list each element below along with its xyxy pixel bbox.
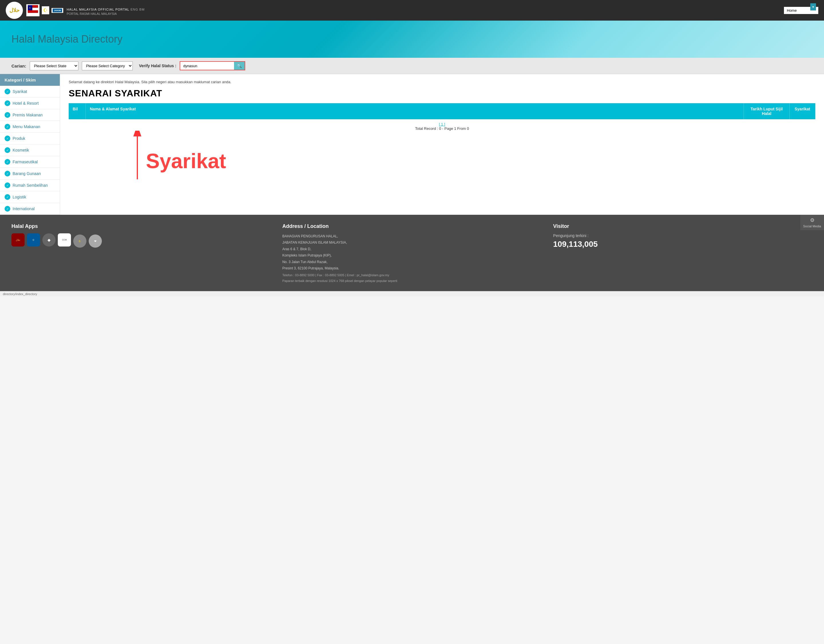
sidebar-item-premis[interactable]: ✓ Premis Makanan xyxy=(0,109,60,121)
sidebar-header: Kategori / Skim xyxy=(0,74,60,86)
carian-label: Carian: xyxy=(11,63,26,68)
footer-contact: Telefon : 03-8892 5000 | Fax : 03-8892 5… xyxy=(282,273,542,277)
footer-resolution: Paparan terbaik dengan resolusi 1024 x 7… xyxy=(282,279,542,282)
welcome-text: Selamat datang ke direktori Halal Malays… xyxy=(69,80,815,84)
sidebar-item-hotel[interactable]: ✓ Hotel & Resort xyxy=(0,98,60,109)
col-bil: Bil xyxy=(69,103,86,119)
sidebar-item-produk[interactable]: ✓ Produk xyxy=(0,133,60,144)
malaysia-logo: ☪ xyxy=(26,4,40,16)
check-icon: ✓ xyxy=(5,112,10,118)
verify-label: Verify Halal Status : xyxy=(139,63,177,68)
pagination: [ 1 ] Total Record : 0 - Page 1 From 0 xyxy=(69,119,815,133)
check-icon: ✓ xyxy=(5,171,10,176)
big-syarikat-label: Syarikat xyxy=(146,151,226,171)
col-syarikat: Syarikat xyxy=(790,103,815,119)
annotation-area: Syarikat xyxy=(69,136,815,193)
footer-address-section: Address / Location BAHAGIAN PENGURUSAN H… xyxy=(282,223,542,282)
senarai-title: SENARAI SYARIKAT xyxy=(69,88,815,99)
visitor-label: Pengunjung terkini : xyxy=(553,233,813,238)
sidebar-item-farmaseutikal[interactable]: ✓ Farmaseutikal xyxy=(0,156,60,168)
sidebar-item-label: Barang Gunaan xyxy=(12,171,41,176)
social-media-label: Social Media xyxy=(803,224,821,228)
results-table-header: Bil Nama & Alamat Syarikat Tarikh Luput … xyxy=(69,103,815,119)
nav-dropdown-wrapper[interactable]: Home xyxy=(784,7,818,14)
sidebar-item-label: International xyxy=(12,207,35,211)
sidebar-item-label: Logistik xyxy=(12,195,26,199)
main-content: Kategori / Skim ✓ Syarikat ✓ Hotel & Res… xyxy=(0,74,824,215)
halal-logo: حلال xyxy=(6,2,23,19)
total-record: Total Record : 0 - Page 1 From 0 xyxy=(72,126,813,131)
pagination-links: [ 1 ] xyxy=(72,122,813,126)
footer-address-title: Address / Location xyxy=(282,223,542,229)
header: حلال ☪ ☪ JAKIM HALAL MALAYSIA OFFICIAL P… xyxy=(0,0,824,21)
footer-visitor-section: Visitor Pengunjung terkini : 109,113,005 xyxy=(553,223,813,249)
search-button[interactable]: 🔍 xyxy=(234,62,244,70)
sidebar-item-label: Menu Makanan xyxy=(12,124,40,129)
search-bar: Carian: Please Select State Please Selec… xyxy=(0,58,824,74)
sidebar-item-logistik[interactable]: ✓ Logistik xyxy=(0,191,60,203)
social-media-button[interactable]: ⚙ Social Media xyxy=(800,215,824,230)
sidebar-item-label: Kosmetik xyxy=(12,148,29,152)
sidebar-item-international[interactable]: ✓ International xyxy=(0,203,60,215)
nav-home-select[interactable]: Home xyxy=(784,7,818,14)
sidebar-item-label: Rumah Sembelihan xyxy=(12,183,48,188)
verify-input-wrapper: 🔍 xyxy=(180,61,245,71)
sidebar-item-label: Syarikat xyxy=(12,89,27,94)
jakim-logo: JAKIM xyxy=(51,8,63,13)
sidebar-item-rumah[interactable]: ✓ Rumah Sembelihan xyxy=(0,179,60,191)
app-logo-4: CCM xyxy=(58,233,71,247)
check-icon: ✓ xyxy=(5,159,10,165)
check-icon: ✓ xyxy=(5,206,10,212)
app-logo-2: ☪ xyxy=(27,233,40,247)
check-icon: ✓ xyxy=(5,89,10,94)
sidebar-item-label: Produk xyxy=(12,136,25,141)
sidebar-item-kosmetik[interactable]: ✓ Kosmetik xyxy=(0,144,60,156)
sidebar-item-label: Hotel & Resort xyxy=(12,101,38,106)
sidebar-item-syarikat[interactable]: ✓ Syarikat xyxy=(0,86,60,98)
portal-subtitle: PORTAL RASMI HALAL MALAYSIA xyxy=(67,12,781,15)
partner-logos: ☪ ☪ JAKIM xyxy=(26,4,63,16)
visitor-count: 109,113,005 xyxy=(553,240,813,249)
content-area: Selamat datang ke direktori Halal Malays… xyxy=(60,74,824,215)
page-1-link[interactable]: [ 1 ] xyxy=(439,122,445,126)
sidebar: Kategori / Skim ✓ Syarikat ✓ Hotel & Res… xyxy=(0,74,60,215)
col-nama: Nama & Alamat Syarikat xyxy=(86,103,744,119)
state-select[interactable]: Please Select State xyxy=(30,61,78,71)
footer-visitor-title: Visitor xyxy=(553,223,813,229)
check-icon: ✓ xyxy=(5,124,10,130)
status-bar: directory/index_directory xyxy=(0,291,824,296)
sidebar-item-label: Premis Makanan xyxy=(12,113,43,117)
sidebar-item-menu[interactable]: ✓ Menu Makanan xyxy=(0,121,60,133)
verify-input[interactable] xyxy=(180,62,234,70)
banner: Halal Malaysia Directory xyxy=(0,21,824,58)
status-url: directory/index_directory xyxy=(3,292,37,296)
app-logo-5: ☪ xyxy=(73,235,86,248)
col-tarikh: Tarikh Luput Sijil Halal xyxy=(744,103,790,119)
portal-title: HALAL MALAYSIA OFFICIAL PORTALENG BM xyxy=(67,5,781,12)
header-title-block: HALAL MALAYSIA OFFICIAL PORTALENG BM POR… xyxy=(67,5,781,15)
header-nav: Home xyxy=(784,7,818,14)
footer-apps-title: Halal Apps xyxy=(11,223,271,229)
check-icon: ✓ xyxy=(5,135,10,141)
check-icon: ✓ xyxy=(5,194,10,200)
gear-icon: ⚙ xyxy=(810,217,815,223)
app-logo-1: حلال xyxy=(11,233,25,247)
apps-logos: حلال ☪ ◆ CCM ☪ ❤ xyxy=(11,233,271,249)
footer: ⚙ Social Media Halal Apps حلال ☪ ◆ CCM xyxy=(0,215,824,291)
footer-address: BAHAGIAN PENGURUSAN HALAL, JABATAN KEMAJ… xyxy=(282,233,542,271)
app-logo-6: ❤ xyxy=(89,235,102,248)
check-icon: ✓ xyxy=(5,147,10,153)
category-select[interactable]: Please Select Category xyxy=(82,61,133,71)
banner-title: Halal Malaysia Directory xyxy=(11,33,123,45)
star-logo: ☪ xyxy=(42,6,49,14)
sidebar-item-label: Farmaseutikal xyxy=(12,159,38,164)
check-icon: ✓ xyxy=(5,182,10,188)
footer-apps-section: Halal Apps حلال ☪ ◆ CCM ☪ xyxy=(11,223,271,249)
check-icon: ✓ xyxy=(5,100,10,106)
sidebar-item-barang[interactable]: ✓ Barang Gunaan xyxy=(0,168,60,179)
app-logo-3: ◆ xyxy=(42,233,55,247)
